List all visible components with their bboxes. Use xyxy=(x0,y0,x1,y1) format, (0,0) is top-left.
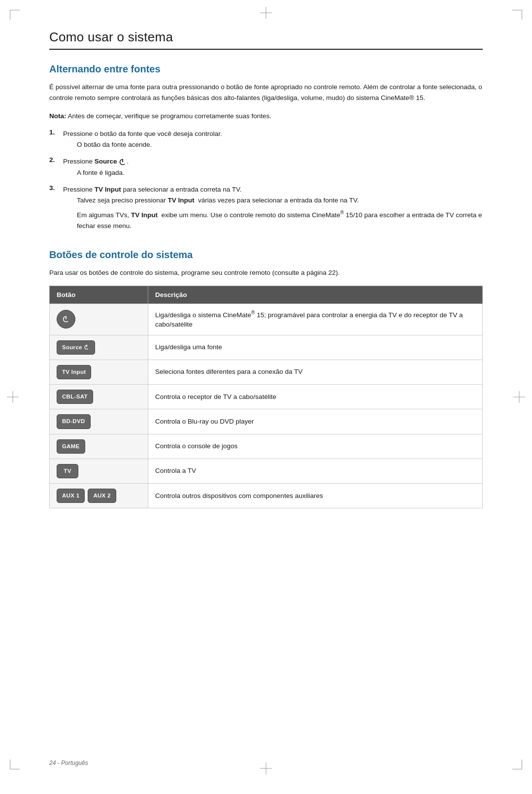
col-description-header: Descrição xyxy=(148,286,483,303)
crosshair-bottom xyxy=(260,762,272,774)
page-footer: 24 - Português xyxy=(49,760,88,766)
table-header-row: Botão Descrição xyxy=(50,286,483,303)
source-power-icon xyxy=(119,158,127,166)
crosshair-left xyxy=(7,391,19,403)
section1-body: É possível alternar de uma fonte para ou… xyxy=(49,82,483,104)
step-2-sub: A fonte é ligada. xyxy=(63,167,483,178)
table-row: BD-DVD Controla o Blu-ray ou DVD player xyxy=(50,409,483,434)
desc-cell-cblsat: Controla o receptor de TV a cabo/satélit… xyxy=(148,385,483,409)
page-title: Como usar o sistema xyxy=(49,30,483,50)
btn-cell-power xyxy=(50,303,148,335)
page-container: Como usar o sistema Alternando entre fon… xyxy=(0,0,532,794)
desc-cell-tvinput: Seleciona fontes diferentes para a conex… xyxy=(148,360,483,384)
control-table: Botão Descrição xyxy=(49,286,483,509)
corner-mark-top-left xyxy=(10,10,20,20)
section-botoes: Botões de controle do sistema Para usar … xyxy=(49,249,483,508)
btn-cell-tv: TV xyxy=(50,459,148,483)
tvinput-button[interactable]: TV Input xyxy=(57,365,91,379)
table-row: Source Liga/desliga uma fonte xyxy=(50,335,483,360)
desc-cell-bddvd: Controla o Blu-ray ou DVD player xyxy=(148,409,483,434)
aux1-button[interactable]: AUX 1 xyxy=(57,489,85,503)
btn-cell-cblsat: CBL-SAT xyxy=(50,385,148,409)
btn-cell-aux: AUX 1 AUX 2 xyxy=(50,484,148,508)
source-button[interactable]: Source xyxy=(57,340,95,355)
step-2-text: Pressione Source . xyxy=(63,158,129,165)
power-icon xyxy=(62,315,70,323)
step-3-sub-2: Em algumas TVs, TV Input exibe um menu. … xyxy=(63,209,483,232)
btn-cell-game: GAME xyxy=(50,434,148,459)
corner-mark-bottom-left xyxy=(10,760,20,769)
step-3: 3. Pressione TV Input para selecionar a … xyxy=(49,184,483,235)
step-1: 1. Pressione o botão da fonte que você d… xyxy=(49,129,483,154)
section2-heading: Botões de controle do sistema xyxy=(49,249,483,261)
desc-cell-source: Liga/desliga uma fonte xyxy=(148,335,483,360)
corner-mark-bottom-right xyxy=(512,760,522,769)
step-3-number: 3. xyxy=(49,184,63,192)
step-1-number: 1. xyxy=(49,129,63,136)
step-2: 2. Pressione Source . A fonte é ligada. xyxy=(49,156,483,181)
btn-cell-bddvd: BD-DVD xyxy=(50,409,148,434)
aux2-button[interactable]: AUX 2 xyxy=(88,489,116,503)
section2-intro: Para usar os botões de controle do siste… xyxy=(49,267,483,278)
aux-buttons-row: AUX 1 AUX 2 xyxy=(57,489,141,503)
table-row: Liga/desliga o sistema CineMate® 15; pro… xyxy=(50,303,483,335)
step-1-text: Pressione o botão da fonte que você dese… xyxy=(63,130,222,137)
source-icon xyxy=(84,344,90,350)
section1-note: Nota: Antes de começar, verifique se pro… xyxy=(49,111,483,122)
section1-heading: Alternando entre fontes xyxy=(49,64,483,75)
step-2-number: 2. xyxy=(49,156,63,164)
btn-cell-source: Source xyxy=(50,335,148,360)
step-3-text: Pressione TV Input para selecionar a ent… xyxy=(63,186,241,193)
bddvd-button[interactable]: BD-DVD xyxy=(57,414,91,429)
table-row: AUX 1 AUX 2 Controla outros dispositivos… xyxy=(50,484,483,508)
cblsat-button[interactable]: CBL-SAT xyxy=(57,390,93,404)
table-row: TV Input Seleciona fontes diferentes par… xyxy=(50,360,483,384)
desc-cell-aux: Controla outros dispositivos com compone… xyxy=(148,484,483,508)
section-alternando: Alternando entre fontes É possível alter… xyxy=(49,64,483,234)
step-1-sub: O botão da fonte acende. xyxy=(63,139,483,150)
power-button[interactable] xyxy=(57,310,75,329)
desc-cell-power: Liga/desliga o sistema CineMate® 15; pro… xyxy=(148,303,483,335)
corner-mark-top-right xyxy=(512,10,522,20)
table-row: CBL-SAT Controla o receptor de TV a cabo… xyxy=(50,385,483,409)
crosshair-top xyxy=(260,7,272,19)
tv-button[interactable]: TV xyxy=(57,464,78,478)
crosshair-right xyxy=(513,391,525,403)
table-row: GAME Controla o console de jogos xyxy=(50,434,483,459)
col-button-header: Botão xyxy=(50,286,148,303)
game-button[interactable]: GAME xyxy=(57,439,85,454)
steps-list: 1. Pressione o botão da fonte que você d… xyxy=(49,129,483,235)
btn-cell-tvinput: TV Input xyxy=(50,360,148,384)
step-3-sub-1: Talvez seja preciso pressionar TV Input … xyxy=(63,195,483,206)
desc-cell-tv: Controla a TV xyxy=(148,459,483,483)
desc-cell-game: Controla o console de jogos xyxy=(148,434,483,459)
table-row: TV Controla a TV xyxy=(50,459,483,483)
